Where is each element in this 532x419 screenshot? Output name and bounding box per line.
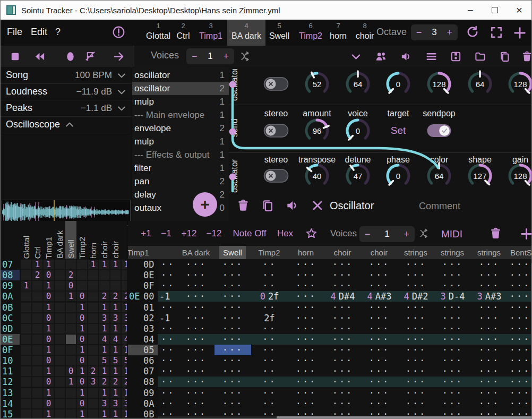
pattern-track-header-ba-dark-1[interactable]: BA dark [178, 246, 214, 259]
order-row-id[interactable]: 12 [1, 377, 20, 387]
pattern-cell[interactable]: ··· [471, 323, 508, 334]
order-cell[interactable]: 1 [110, 388, 121, 398]
order-cell[interactable] [110, 270, 121, 280]
pattern-cell[interactable]: ··· [508, 398, 532, 409]
order-cell[interactable] [32, 323, 43, 334]
pattern-cell[interactable]: ··· [214, 355, 251, 366]
pattern-cell[interactable]: ·· [251, 345, 288, 355]
pattern-cell[interactable]: ··· [434, 388, 471, 398]
pattern-cell[interactable]: ··· [471, 259, 508, 270]
pattern-cell[interactable]: ··· [508, 345, 532, 355]
order-cell[interactable]: 1 [43, 345, 54, 355]
order-cell-clipped[interactable]: 1 [121, 302, 127, 313]
pattern-cell[interactable]: ··· [434, 323, 471, 334]
order-cell[interactable] [88, 388, 99, 398]
pattern-cell[interactable]: ··· [288, 302, 324, 313]
pattern-cell[interactable]: ··· [471, 355, 508, 366]
octave-plus-button[interactable]: + [441, 27, 458, 38]
pattern-cell[interactable]: ··· [288, 313, 324, 323]
order-cell-clipped[interactable]: 5 [121, 355, 127, 366]
pattern-row-label[interactable]: 08 [128, 377, 158, 387]
order-cell[interactable]: 2 [65, 270, 76, 280]
users-icon[interactable] [375, 50, 387, 63]
pattern-cell[interactable]: ··· [324, 280, 361, 291]
order-cell[interactable]: 0 [43, 355, 54, 366]
pattern-cell[interactable]: ·· [251, 377, 288, 387]
order-cell[interactable]: 0 [76, 334, 88, 345]
star-icon[interactable] [305, 227, 318, 240]
order-cell[interactable] [65, 323, 76, 334]
order-cell[interactable] [32, 345, 43, 355]
pattern-cell[interactable]: ··· [471, 280, 508, 291]
order-column-header-timp1[interactable]: Timp1 [43, 221, 54, 259]
pattern-cell[interactable]: ··· [508, 366, 532, 377]
order-cell[interactable] [54, 345, 65, 355]
pattern-cell[interactable]: ··· [508, 270, 532, 280]
order-cell[interactable] [21, 377, 32, 387]
pattern-row-label[interactable]: 04 [128, 334, 158, 345]
pattern-cell[interactable]: ··· [398, 302, 434, 313]
order-cell[interactable]: 3 [99, 398, 110, 409]
toolbar-button-+12[interactable]: +12 [182, 228, 197, 239]
order-cell[interactable]: 2 [110, 377, 121, 387]
order-cell[interactable]: 3 [88, 377, 99, 387]
order-cell[interactable] [110, 280, 121, 291]
order-cell[interactable] [54, 377, 65, 387]
add-unit-button[interactable]: + [193, 192, 217, 217]
pattern-cell[interactable]: ··· [214, 270, 251, 280]
track-tab-timp2[interactable]: 6Timp2 [296, 20, 325, 46]
pattern-cell[interactable]: ··· [471, 366, 508, 377]
order-cell[interactable] [21, 323, 32, 334]
pattern-cell[interactable]: ··· [324, 377, 361, 387]
order-cell[interactable]: 1 [76, 323, 88, 334]
pattern-cell[interactable]: ··· [361, 398, 398, 409]
pattern-cell[interactable]: ··· [288, 398, 324, 409]
track-tab-horn[interactable]: 7horn [325, 20, 351, 46]
pattern-cell[interactable]: ··· [434, 355, 471, 366]
pattern-split-icon[interactable] [418, 227, 431, 240]
order-cell[interactable]: 1 [43, 388, 54, 398]
pattern-cell[interactable]: ··· [508, 291, 532, 302]
order-cell[interactable] [21, 291, 32, 302]
toolbar-button-hex[interactable]: Hex [277, 228, 293, 239]
pattern-cell[interactable]: ··· [398, 270, 434, 280]
order-cell[interactable] [32, 313, 43, 323]
order-cell[interactable] [88, 313, 99, 323]
pattern-cell[interactable]: ·· [251, 280, 288, 291]
pattern-cell[interactable]: ··· [324, 302, 361, 313]
volume-icon[interactable] [400, 50, 412, 63]
order-cell[interactable]: 4 [110, 334, 121, 345]
pattern-cell[interactable]: ··· [214, 313, 251, 323]
order-cell[interactable] [54, 280, 65, 291]
track-tab-timp1[interactable]: 3Timp1 [196, 20, 226, 46]
order-cell[interactable] [54, 313, 65, 323]
order-cell[interactable] [54, 270, 65, 280]
pattern-cell[interactable]: ··· [434, 366, 471, 377]
order-cell[interactable] [32, 377, 43, 387]
trash-icon[interactable] [521, 50, 532, 63]
flag-off-icon[interactable] [84, 50, 97, 63]
pattern-row-label[interactable]: 0D [128, 259, 158, 270]
pattern-cell[interactable]: ··· [471, 313, 508, 323]
order-cell[interactable] [54, 366, 65, 377]
copy-icon[interactable] [499, 50, 511, 63]
pattern-cell[interactable]: ··· [214, 366, 251, 377]
pattern-cell[interactable]: ··· [434, 270, 471, 280]
order-cell[interactable] [65, 398, 76, 409]
order-column-header-glottal[interactable]: Glottal [21, 221, 32, 259]
order-cell[interactable] [32, 388, 43, 398]
order-cell[interactable]: 0 [76, 355, 88, 366]
pattern-cell[interactable]: ··· [324, 398, 361, 409]
pattern-cell[interactable]: ··· [398, 398, 434, 409]
order-cell[interactable]: 2 [32, 270, 43, 280]
order-cell[interactable] [65, 302, 76, 313]
order-cell[interactable]: 1 [76, 302, 88, 313]
pattern-track-header-bentstr-10[interactable]: BentStr [507, 246, 532, 259]
order-cell[interactable] [88, 270, 99, 280]
order-cell[interactable]: 0 [65, 280, 76, 291]
order-cell[interactable] [21, 345, 32, 355]
pattern-cell[interactable]: ··· [324, 334, 361, 345]
pattern-cell[interactable]: ··· [361, 388, 398, 398]
pattern-voices-minus[interactable]: − [359, 229, 376, 240]
order-row-id[interactable]: 08 [1, 270, 20, 280]
